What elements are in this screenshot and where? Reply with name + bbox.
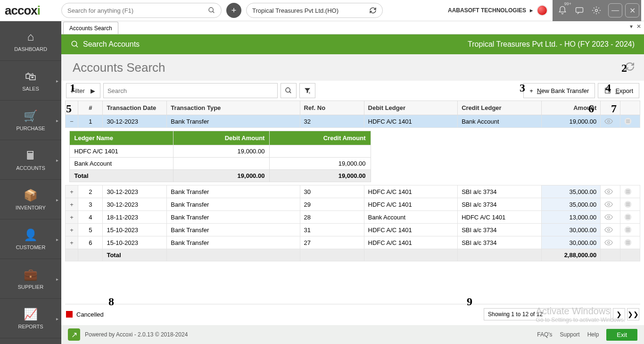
col-type[interactable]: Transaction Type: [167, 101, 300, 115]
chevron-right-icon: ▸: [56, 316, 58, 321]
avatar[interactable]: [537, 5, 548, 16]
menu-icon[interactable]: [620, 224, 640, 236]
view-icon[interactable]: [601, 115, 620, 128]
minimize-button[interactable]: —: [608, 3, 622, 17]
table-row[interactable]: + 2 30-12-2023 Bank Transfer 30 HDFC A/C…: [66, 185, 640, 198]
cell-debit: HDFC A/C 1401: [364, 198, 458, 211]
pager-next-button[interactable]: ❯: [613, 308, 625, 320]
col-amount[interactable]: Amount: [541, 101, 600, 115]
help-link[interactable]: Help: [587, 331, 599, 338]
sidebar-label: CUSTOMER: [16, 244, 46, 250]
filter-search[interactable]: [103, 83, 278, 98]
table-row[interactable]: + 5 15-10-2023 Bank Transfer 31 HDFC A/C…: [66, 224, 640, 236]
new-bank-transfer-button[interactable]: + New Bank Transfer: [523, 83, 595, 98]
tab-close-icon[interactable]: ✕: [636, 23, 641, 30]
col-debit[interactable]: Debit Ledger: [364, 101, 458, 115]
view-icon[interactable]: [601, 224, 620, 236]
bell-icon[interactable]: 99+: [554, 2, 570, 18]
clear-filter-button[interactable]: x: [299, 83, 315, 98]
menu-icon[interactable]: [620, 185, 640, 198]
svg-rect-23: [626, 204, 630, 204]
col-credit[interactable]: Credit Ledger: [458, 101, 542, 115]
sidebar-item-dashboard[interactable]: ⌂DASHBOARD: [0, 21, 61, 61]
content: Accounts Search ▾ ✕ Search Accounts Trop…: [61, 21, 644, 344]
cell-debit: HDFC A/C 1401: [364, 224, 458, 236]
cell-credit: SBI a/c 3734: [458, 185, 542, 198]
notif-badge: 99+: [564, 1, 571, 6]
refresh-icon[interactable]: [624, 61, 636, 72]
add-button[interactable]: +: [226, 3, 241, 18]
sidebar-item-sales[interactable]: 🛍SALES▸: [0, 61, 61, 101]
close-button[interactable]: ✕: [625, 3, 639, 17]
chevron-right-icon: ▸: [56, 78, 58, 83]
sidebar-label: SALES: [22, 86, 39, 92]
sidebar-item-purchase[interactable]: 🛒PURCHASE▸: [0, 101, 61, 140]
col-date[interactable]: Transaction Date: [103, 101, 167, 115]
svg-point-25: [608, 216, 610, 218]
sidebar-icon: 🖩: [25, 149, 36, 162]
table-row[interactable]: + 3 30-12-2023 Bank Transfer 29 HDFC A/C…: [66, 198, 640, 211]
powered-by: Powered by Accoxi - 2.0.13 © 2018-2024: [85, 331, 188, 338]
sidebar-icon: ⌂: [27, 30, 34, 43]
sidebar-item-reports[interactable]: 📈REPORTS▸: [0, 299, 61, 338]
faqs-link[interactable]: FAQ's: [537, 331, 552, 338]
company-picker[interactable]: Tropical Treasures Pvt Ltd.(HO): [246, 3, 383, 18]
user-name: AABASOFT TECHNOLOGIES: [448, 7, 526, 14]
menu-icon[interactable]: [620, 198, 640, 211]
support-link[interactable]: Support: [560, 331, 580, 338]
menu-icon[interactable]: [620, 236, 640, 249]
global-search-input[interactable]: [67, 7, 208, 14]
menu-icon[interactable]: [620, 115, 640, 128]
sidebar-item-supplier[interactable]: 💼SUPPLIER▸: [0, 259, 61, 299]
cell-ref: 27: [300, 236, 364, 249]
table-row[interactable]: − 1 30-12-2023 Bank Transfer 32 HDFC A/C…: [66, 115, 640, 128]
expand-toggle[interactable]: +: [66, 198, 78, 211]
chevron-right-icon: ▸: [56, 117, 58, 123]
expand-toggle[interactable]: +: [66, 211, 78, 224]
view-icon[interactable]: [601, 236, 620, 249]
expand-toggle[interactable]: −: [66, 115, 78, 128]
view-icon[interactable]: [601, 198, 620, 211]
sidebar-item-customer[interactable]: 👤CUSTOMER▸: [0, 219, 61, 259]
chat-icon[interactable]: [571, 2, 587, 18]
table-row[interactable]: + 4 18-11-2023 Bank Transfer 28 Bank Acc…: [66, 211, 640, 224]
table-row[interactable]: + 6 15-10-2023 Bank Transfer 27 HDFC A/C…: [66, 236, 640, 249]
gear-icon[interactable]: [588, 2, 604, 18]
expand-toggle[interactable]: +: [66, 236, 78, 249]
svg-rect-22: [626, 203, 630, 203]
legend-label: Cancelled: [76, 311, 104, 318]
sync-icon[interactable]: [369, 7, 377, 14]
search-icon[interactable]: [208, 7, 215, 14]
cell-credit: SBI a/c 3734: [458, 198, 542, 211]
expand-toggle[interactable]: +: [66, 185, 78, 198]
tab-accounts-search[interactable]: Accounts Search: [63, 22, 118, 34]
svg-rect-37: [626, 241, 630, 242]
cell-amount: 13,000.00: [541, 211, 600, 224]
user-block[interactable]: AABASOFT TECHNOLOGIES ▸: [448, 5, 548, 16]
view-icon[interactable]: [601, 185, 620, 198]
tab-dropdown-icon[interactable]: ▾: [630, 23, 633, 30]
filter-button[interactable]: Filter ▶: [66, 83, 100, 98]
svg-point-20: [608, 203, 610, 206]
global-search[interactable]: [61, 3, 222, 18]
export-button[interactable]: Export: [598, 83, 639, 98]
tabbar: Accounts Search ▾ ✕: [61, 21, 644, 34]
sidebar-label: ACCOUNTS: [16, 165, 45, 171]
search-go-button[interactable]: [281, 83, 297, 98]
pager-last-button[interactable]: ❯❯: [627, 308, 639, 320]
grid-wrap[interactable]: # Transaction Date Transaction Type Ref.…: [65, 101, 640, 304]
col-ref[interactable]: Ref. No: [300, 101, 364, 115]
plus-icon: +: [529, 87, 533, 94]
view-icon[interactable]: [601, 211, 620, 224]
exit-button[interactable]: Exit: [606, 329, 637, 341]
top-tools: 99+ — ✕: [553, 0, 641, 21]
cell-num: 5: [78, 224, 103, 236]
sidebar-item-accounts[interactable]: 🖩ACCOUNTS▸: [0, 140, 61, 180]
menu-icon[interactable]: [620, 211, 640, 224]
col-num[interactable]: #: [78, 101, 103, 115]
sidebar-item-inventory[interactable]: 📦INVENTORY▸: [0, 180, 61, 219]
svg-line-1: [213, 11, 214, 13]
expand-toggle[interactable]: +: [66, 224, 78, 236]
cell-type: Bank Transfer: [167, 198, 300, 211]
filter-search-input[interactable]: [104, 84, 277, 98]
